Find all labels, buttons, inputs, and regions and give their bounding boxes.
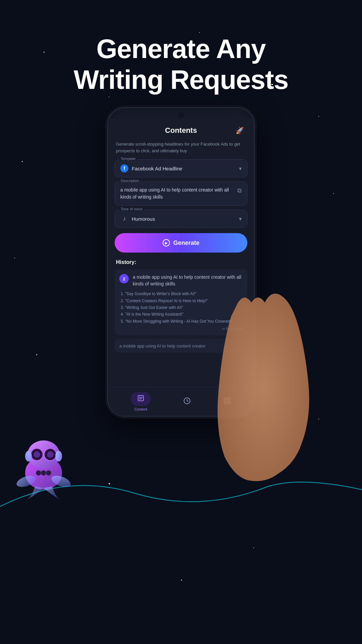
tone-selector[interactable]: ♪ Humorous ▾: [115, 210, 247, 228]
nav-apps[interactable]: [223, 397, 231, 407]
result-1: 1. "Say Goodbye to Writer's Block with A…: [121, 290, 243, 297]
result-5: 5. "No More Struggling with Writing - AI…: [121, 318, 243, 325]
svg-rect-22: [224, 398, 227, 400]
template-selector[interactable]: f Facebook Ad Headline ▾: [115, 159, 247, 177]
svg-line-21: [187, 401, 188, 401]
template-chevron-icon: ▾: [239, 165, 242, 172]
app-header: Contents 🚀: [115, 119, 247, 141]
nav-content[interactable]: Content: [131, 392, 151, 411]
facebook-icon: f: [120, 164, 128, 172]
play-icon: ▶: [163, 239, 170, 247]
history-preview-text: a mobile app using AI to help content cr…: [119, 343, 205, 348]
template-label: Template: [119, 157, 137, 161]
svg-point-5: [47, 451, 54, 458]
description-value: a mobile app using AI to help content cr…: [120, 186, 234, 201]
phone-notch: [178, 112, 184, 119]
app-title: Contents: [129, 126, 233, 135]
svg-point-8: [25, 451, 32, 462]
history-preview-item: a mobile app using AI to help content cr…: [115, 339, 247, 353]
result-2: 2. "Content Creators Rejoice! AI is Here…: [121, 298, 243, 304]
history-item: 2 a mobile app using AI to help content …: [115, 269, 247, 335]
tone-field-group: Tone of voice ♪ Humorous ▾: [115, 210, 247, 228]
tone-label: Tone of voice: [119, 207, 144, 211]
template-field-group: Template f Facebook Ad Headline ▾: [115, 159, 247, 177]
tone-value: Humorous: [132, 216, 236, 222]
apps-nav-icon: [223, 397, 231, 407]
history-item-number: 2: [119, 274, 129, 283]
result-3: 3. "Writing Just Got Easier with AI!": [121, 304, 243, 311]
description-label: Description: [119, 179, 140, 183]
description-input[interactable]: a mobile app using AI to help content cr…: [115, 181, 247, 206]
generate-label: Generate: [173, 239, 199, 247]
history-item-results: 1. "Say Goodbye to Writer's Block with A…: [119, 290, 243, 325]
robot-mascot: [10, 429, 77, 503]
rocket-button[interactable]: 🚀: [233, 124, 246, 137]
result-4: 4. "AI is the New Writing Assistant!": [121, 311, 243, 318]
svg-point-9: [55, 451, 62, 462]
svg-point-4: [34, 451, 40, 458]
svg-point-13: [41, 470, 46, 476]
template-value: Facebook Ad Headline: [132, 166, 236, 171]
phone-frame: Contents 🚀 Generate scroll-stopping head…: [107, 107, 255, 417]
history-item-query: a mobile app using AI to help content cr…: [133, 274, 243, 287]
svg-point-14: [46, 470, 51, 476]
tone-chevron-icon: ▾: [239, 216, 242, 222]
bottom-nav: Content: [108, 387, 254, 416]
phone-content: Contents 🚀 Generate scroll-stopping head…: [108, 119, 254, 387]
svg-rect-23: [228, 398, 230, 400]
generate-button[interactable]: ▶ Generate: [115, 233, 247, 253]
nav-history[interactable]: [183, 397, 191, 407]
hero-title: Generate Any Writing Requests: [0, 34, 362, 95]
history-nav-icon: [183, 397, 191, 407]
music-icon: ♪: [120, 215, 128, 223]
svg-rect-25: [228, 401, 230, 404]
svg-point-12: [36, 470, 41, 476]
phone-scene: Contents 🚀 Generate scroll-stopping head…: [67, 107, 295, 417]
svg-rect-24: [224, 401, 227, 404]
history-item-header: 2 a mobile app using AI to help content …: [119, 274, 243, 287]
history-title: History:: [115, 258, 247, 269]
content-nav-label: Content: [134, 407, 147, 411]
copy-icon[interactable]: ⧉: [237, 187, 242, 194]
content-nav-icon: [131, 392, 151, 406]
history-item-time: in 8 seconds: [119, 327, 243, 331]
description-field-group: Description a mobile app using AI to hel…: [115, 181, 247, 206]
